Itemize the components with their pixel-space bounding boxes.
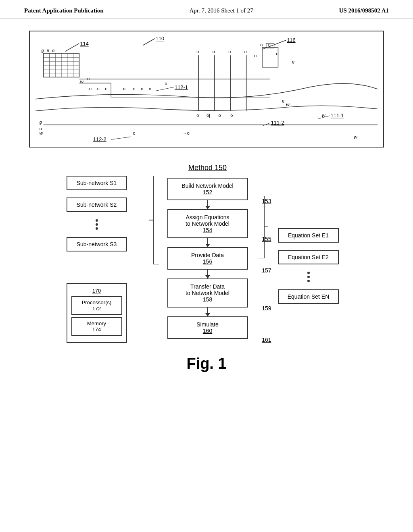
- step-simulate-tag: 161: [262, 337, 271, 343]
- step-provide-container: Provide Data 156 157: [163, 247, 252, 270]
- svg-line-36: [155, 87, 174, 91]
- equation-dots: [278, 272, 339, 282]
- eq-dot-1: [307, 272, 310, 274]
- svg-text:o: o: [141, 86, 143, 91]
- step-assign-container: Assign Equations to Network Model 154 15…: [163, 209, 252, 238]
- left-column: Sub-network S1 Sub-network S2 Sub-networ…: [67, 164, 139, 343]
- svg-text:w: w: [40, 130, 44, 136]
- step-build: Build Network Model 152: [167, 178, 248, 200]
- svg-text:o: o: [230, 113, 233, 118]
- step-simulate: Simulate 160: [167, 316, 248, 339]
- subnetwork-s3: Sub-network S3: [67, 237, 127, 251]
- svg-text:o: o: [105, 86, 108, 91]
- memory-box: Memory 174: [71, 317, 122, 336]
- svg-line-2: [143, 39, 155, 46]
- step-assign-tag: 155: [262, 236, 271, 242]
- figure-caption: Fig. 1: [24, 355, 389, 372]
- svg-line-59: [111, 137, 131, 139]
- svg-text:o: o: [87, 76, 90, 81]
- patent-number: US 2016/098502 A1: [339, 7, 389, 14]
- svg-text:112-2: 112-2: [93, 136, 106, 142]
- subnet-dots: [67, 219, 127, 230]
- right-bracket: [256, 164, 270, 343]
- equation-set-en: Equation Set EN: [278, 289, 339, 304]
- dot-3: [96, 227, 98, 230]
- step-build-tag: 153: [262, 198, 271, 204]
- svg-text:o: o: [165, 81, 167, 86]
- publication-date: Apr. 7, 2016 Sheet 1 of 27: [190, 7, 253, 14]
- svg-text:o: o: [133, 131, 136, 135]
- arrow-2: [207, 238, 208, 247]
- svg-text:o: o: [213, 49, 215, 54]
- svg-text:w: w: [286, 102, 290, 107]
- svg-text:w: w: [80, 79, 84, 84]
- method-title: Method 150: [188, 164, 227, 172]
- svg-text:o: o: [97, 86, 100, 91]
- svg-text:o: o: [276, 51, 279, 56]
- svg-text:o: o: [219, 113, 221, 118]
- svg-text:o: o: [268, 42, 271, 47]
- device-box: 170 Processor(s) 172 Memory 174: [67, 283, 127, 343]
- publication-label: Patent Application Publication: [24, 7, 104, 14]
- svg-line-55: [262, 123, 270, 126]
- dot-2: [96, 223, 98, 226]
- step-transfer-container: Transfer Data to Network Model 158 159: [163, 278, 252, 308]
- main-content: 114 110 116 g B o: [0, 19, 413, 380]
- svg-text:111-2: 111-2: [271, 120, 284, 126]
- svg-text:114: 114: [80, 41, 88, 47]
- svg-text:w: w: [322, 112, 326, 118]
- svg-text:o: o: [260, 42, 263, 47]
- bottom-section: Sub-network S1 Sub-network S2 Sub-networ…: [24, 164, 389, 343]
- eq-dot-3: [307, 280, 310, 282]
- top-diagram: 114 110 116 g B o: [29, 31, 384, 148]
- svg-text:o|: o|: [206, 113, 210, 118]
- step-provide-tag: 157: [262, 267, 271, 274]
- subnetwork-s2: Sub-network S2: [67, 197, 127, 212]
- equation-set-e2: Equation Set E2: [278, 250, 339, 264]
- device-box-num: 170: [71, 288, 122, 294]
- page-header: Patent Application Publication Apr. 7, 2…: [0, 0, 413, 19]
- subnetwork-s1: Sub-network S1: [67, 176, 127, 190]
- svg-text:g: g: [282, 98, 284, 103]
- svg-text:o: o: [149, 86, 151, 91]
- dot-1: [96, 219, 98, 222]
- svg-text:o: o: [123, 86, 125, 91]
- step-assign: Assign Equations to Network Model 154: [167, 209, 248, 238]
- step-transfer: Transfer Data to Network Model 158: [167, 278, 248, 308]
- svg-text:o: o: [52, 48, 54, 53]
- svg-text:111-1: 111-1: [331, 112, 344, 118]
- step-simulate-container: Simulate 160 161: [163, 316, 252, 339]
- step-build-container: Build Network Model 152 153: [163, 178, 252, 200]
- svg-text:o: o: [196, 49, 199, 54]
- svg-text:o: o: [89, 86, 92, 91]
- center-column: Method 150 Build Network Model 152 153 A…: [163, 164, 252, 343]
- svg-text:→o: →o: [183, 131, 190, 135]
- equation-set-e1: Equation Set E1: [278, 228, 339, 243]
- svg-text:g: g: [292, 59, 294, 64]
- svg-text:o: o: [196, 113, 199, 118]
- svg-text:110: 110: [156, 35, 164, 42]
- eq-dot-2: [307, 276, 310, 278]
- right-column: Equation Set E1 Equation Set E2 Equation…: [278, 164, 347, 343]
- svg-text:g: g: [42, 48, 44, 53]
- svg-text:112-1: 112-1: [175, 84, 188, 90]
- svg-text:o: o: [228, 49, 231, 54]
- svg-text:o: o: [244, 49, 247, 54]
- arrow-1: [207, 200, 208, 209]
- arrow-4: [207, 308, 208, 316]
- svg-text:116: 116: [287, 37, 295, 43]
- step-provide: Provide Data 156: [167, 247, 248, 270]
- svg-line-0: [65, 44, 79, 52]
- svg-text:g: g: [40, 120, 42, 125]
- arrow-3: [207, 270, 208, 278]
- left-bracket: [147, 164, 161, 343]
- svg-text:w: w: [354, 134, 358, 140]
- svg-text:B: B: [47, 48, 50, 53]
- svg-rect-21: [262, 47, 278, 67]
- svg-text:o: o: [254, 53, 257, 58]
- processor-box: Processor(s) 172: [71, 296, 122, 315]
- svg-text:o: o: [133, 86, 136, 91]
- step-transfer-tag: 159: [262, 305, 271, 312]
